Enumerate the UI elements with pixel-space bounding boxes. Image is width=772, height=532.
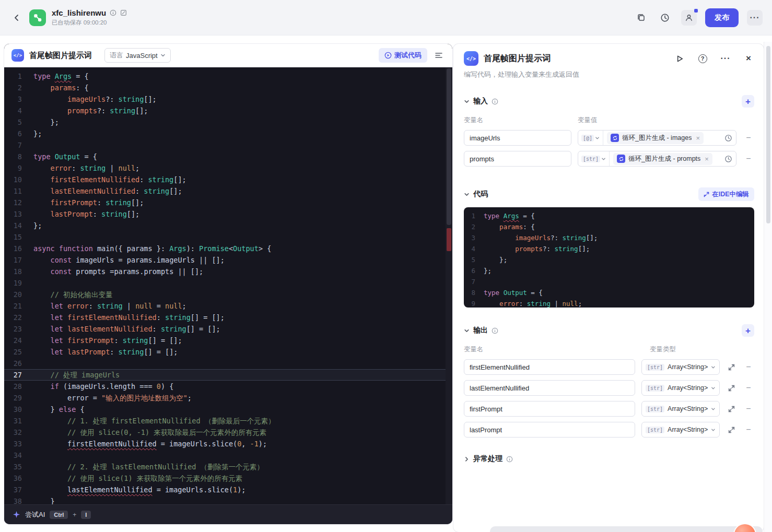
code-line[interactable]: 20 // 初始化输出变量: [4, 289, 452, 300]
code-line[interactable]: 4 prompts?: string[];: [464, 243, 754, 254]
info-icon[interactable]: [492, 327, 498, 334]
outline-list-button[interactable]: [432, 52, 445, 59]
code-line[interactable]: 7: [4, 139, 452, 151]
code-line[interactable]: 14};: [4, 220, 452, 231]
remove-variable-button[interactable]: −: [743, 361, 754, 373]
variable-type-select[interactable]: [str] Array<String>: [641, 401, 720, 417]
editor-scrollbar[interactable]: [446, 67, 452, 504]
history-button[interactable]: [657, 10, 673, 26]
variable-name-input[interactable]: [464, 130, 571, 146]
code-line[interactable]: 12 firstPrompt: string[];: [4, 197, 452, 208]
code-line[interactable]: 24 let firstPrompt: string[] = [];: [4, 335, 452, 346]
code-line[interactable]: 6};: [4, 128, 452, 139]
variable-value-select[interactable]: [@] 循环_图片生成 - images ×: [578, 130, 736, 146]
code-line[interactable]: 25 let lastPrompt: string[] = [];: [4, 346, 452, 358]
window-scrollbar[interactable]: [764, 42, 772, 532]
variable-value-select[interactable]: [str] 循环_图片生成 - prompts ×: [578, 151, 736, 167]
code-line[interactable]: 22 let firstElementNullified: string[] =…: [4, 312, 452, 323]
variable-name-input[interactable]: [464, 359, 635, 375]
code-line[interactable]: 26: [4, 358, 452, 369]
editor-scrollbar-thumb[interactable]: [447, 68, 451, 225]
expand-variable-icon[interactable]: [726, 427, 736, 433]
panel-more-button[interactable]: ···: [720, 53, 731, 64]
code-preview[interactable]: 1type Args = {2 params: {3 imageUrls?: s…: [464, 207, 754, 308]
code-line[interactable]: 15: [4, 231, 452, 243]
code-line[interactable]: 5 };: [4, 116, 452, 128]
code-line[interactable]: 9 error: string | null;: [464, 298, 754, 308]
expand-chevron-icon[interactable]: [464, 456, 470, 462]
code-line[interactable]: 7: [464, 276, 754, 287]
code-line[interactable]: 36 // 使用 slice(1) 来获取除第一个元素外的所有元素: [4, 472, 452, 484]
code-line[interactable]: 9 error: string | null;: [4, 162, 452, 174]
code-line[interactable]: 28 if (imageUrls.length === 0) {: [4, 381, 452, 392]
remove-variable-button[interactable]: −: [743, 403, 754, 415]
remove-variable-button[interactable]: −: [743, 153, 754, 164]
edit-in-ide-button[interactable]: 在IDE中编辑: [698, 187, 754, 201]
clear-reference-icon[interactable]: ×: [705, 155, 709, 163]
remove-variable-button[interactable]: −: [743, 132, 754, 144]
back-button[interactable]: [9, 10, 24, 25]
collapse-chevron-icon[interactable]: [464, 328, 470, 334]
code-line[interactable]: 18 const prompts =params.prompts || [];: [4, 266, 452, 277]
info-icon[interactable]: [506, 456, 513, 463]
publish-button[interactable]: 发布: [705, 8, 739, 27]
code-line[interactable]: 4 prompts?: string[];: [4, 105, 452, 116]
remove-variable-button[interactable]: −: [743, 424, 754, 435]
info-icon[interactable]: [492, 98, 498, 105]
clear-reference-icon[interactable]: ×: [696, 134, 700, 142]
variable-type-select[interactable]: [str] Array<String>: [641, 380, 720, 396]
help-button[interactable]: ?: [697, 53, 708, 64]
variable-type-select[interactable]: [str] Array<String>: [641, 422, 720, 438]
value-config-icon[interactable]: [724, 155, 732, 163]
variable-type-select[interactable]: [str] Array<String>: [641, 359, 720, 375]
code-line[interactable]: 5 };: [464, 254, 754, 265]
code-line[interactable]: 1type Args = {: [464, 210, 754, 221]
add-input-button[interactable]: +: [742, 95, 754, 108]
code-line[interactable]: 34: [4, 450, 452, 461]
code-line[interactable]: 33 firstElementNullified = imageUrls.sli…: [4, 438, 452, 450]
test-code-button[interactable]: 测试代码: [379, 48, 427, 63]
collaborate-button[interactable]: [681, 10, 697, 26]
code-line[interactable]: 27 // 处理 imageUrls: [4, 369, 452, 381]
code-line[interactable]: 23 let lastElementNullified: string[] = …: [4, 323, 452, 335]
code-line[interactable]: 29 error = "输入的图片地址数组为空";: [4, 392, 452, 404]
more-button[interactable]: ···: [747, 10, 763, 26]
code-line[interactable]: 30 } else {: [4, 404, 452, 415]
expand-variable-icon[interactable]: [726, 406, 736, 412]
close-panel-button[interactable]: ×: [743, 53, 754, 64]
code-line[interactable]: 8type Output = {: [4, 151, 452, 162]
info-icon[interactable]: [110, 9, 116, 16]
code-line[interactable]: 6};: [464, 265, 754, 276]
code-line[interactable]: 2 params: {: [4, 82, 452, 93]
code-line[interactable]: 3 imageUrls?: string[];: [4, 93, 452, 105]
code-line[interactable]: 31 // 1. 处理 firstElementNullified （删除最后一…: [4, 415, 452, 427]
value-type-dropdown[interactable]: [@]: [578, 131, 603, 145]
edit-note-icon[interactable]: [120, 9, 127, 16]
code-line[interactable]: 16async function main({ params }: Args):…: [4, 243, 452, 254]
code-line[interactable]: 21 let error: string | null = null;: [4, 300, 452, 312]
value-config-icon[interactable]: [724, 134, 732, 142]
expand-variable-icon[interactable]: [726, 364, 736, 371]
code-editor-area[interactable]: 1type Args = {2 params: {3 imageUrls?: s…: [4, 67, 452, 504]
variable-name-input[interactable]: [464, 422, 635, 438]
code-line[interactable]: 2 params: {: [464, 221, 754, 232]
code-line[interactable]: 38 }: [4, 495, 452, 504]
duplicate-button[interactable]: [633, 10, 649, 26]
variable-name-input[interactable]: [464, 151, 571, 167]
collapse-chevron-icon[interactable]: [464, 192, 470, 197]
code-line[interactable]: 35 // 2. 处理 lastElementNullified （删除第一个元…: [4, 461, 452, 472]
language-select[interactable]: 语言 JavaScript: [104, 48, 171, 63]
code-line[interactable]: 1type Args = {: [4, 70, 452, 82]
code-line[interactable]: 10 firstElementNullified: string[];: [4, 174, 452, 185]
code-line[interactable]: 11 lastElementNullified: string[];: [4, 185, 452, 197]
run-node-button[interactable]: [674, 53, 685, 64]
code-line[interactable]: 3 imageUrls?: string[];: [464, 232, 754, 243]
code-line[interactable]: 19: [4, 277, 452, 289]
window-scrollbar-thumb[interactable]: [766, 46, 770, 223]
variable-name-input[interactable]: [464, 380, 635, 396]
code-line[interactable]: 17 const imageUrls = params.imageUrls ||…: [4, 254, 452, 266]
expand-variable-icon[interactable]: [726, 385, 736, 392]
remove-variable-button[interactable]: −: [743, 382, 754, 394]
code-line[interactable]: 13 lastPrompt: string[];: [4, 208, 452, 220]
workspace-logo[interactable]: [29, 9, 46, 26]
